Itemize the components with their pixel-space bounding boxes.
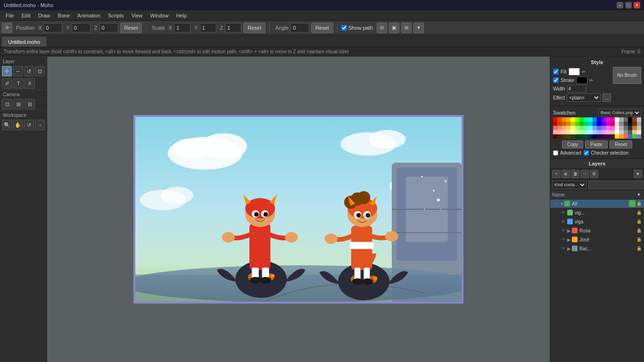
y-input[interactable] [72, 23, 91, 33]
swatch-2-18[interactable] [628, 122, 632, 126]
swatch-2-17[interactable] [624, 122, 628, 126]
fill-color-box[interactable] [569, 68, 580, 75]
swatch-4-5[interactable] [570, 130, 575, 134]
zoom-tool-btn[interactable]: 🔍 [2, 120, 12, 130]
menu-bone[interactable]: Bone [54, 12, 74, 19]
swatches-preset-select[interactable]: Basic Colors.png [598, 109, 641, 116]
show-path-checkbox[interactable]: Show path [341, 25, 373, 31]
swatch-silver[interactable] [637, 117, 641, 122]
layer-expand-rosa[interactable]: ▶ [567, 228, 572, 233]
layer-expand-jose[interactable]: ▶ [567, 237, 572, 242]
layer-eye-bac[interactable]: 👁 [560, 245, 566, 252]
swatch-4-9[interactable] [588, 130, 593, 134]
swatch-5-20[interactable] [637, 134, 641, 139]
minimize-button[interactable]: − [617, 2, 623, 8]
swatch-4-18[interactable] [628, 130, 632, 134]
swatch-3-10[interactable] [593, 126, 597, 130]
layer-item-rosa[interactable]: 👁 ▶ Rosa 🔒 [550, 226, 644, 235]
checker-sel-checkbox[interactable] [584, 150, 589, 156]
menu-animation[interactable]: Animation [74, 12, 104, 19]
move-tool-btn[interactable]: ↔ [13, 66, 23, 76]
copy-button[interactable]: Copy [562, 140, 583, 148]
fill-picker-icon[interactable]: ✏ [582, 69, 586, 74]
swatch-4-11[interactable] [597, 130, 601, 134]
layer-lock-vig1[interactable]: 🔒 [636, 209, 642, 216]
add-layer2-btn[interactable]: ⊕ [561, 170, 570, 178]
swatch-2-6[interactable] [575, 122, 579, 126]
layer-eye-vig1[interactable]: 👁 [560, 209, 566, 216]
swatch-4-19[interactable] [632, 130, 636, 134]
swatch-5-16[interactable] [619, 134, 623, 139]
swatch-4-4[interactable] [566, 130, 570, 134]
layer-lock-jose[interactable]: 🔒 [636, 236, 642, 243]
menu-window[interactable]: Window [146, 12, 172, 19]
swatch-3-5[interactable] [570, 126, 575, 130]
menu-scripts[interactable]: Scripts [104, 12, 128, 19]
swatch-2-9[interactable] [588, 122, 593, 126]
layout-icon[interactable]: ⊞ [401, 23, 412, 33]
reset-scale-button[interactable]: Reset [243, 23, 265, 33]
z-input[interactable] [99, 23, 118, 33]
view-options-icon[interactable]: ▣ [389, 23, 399, 33]
swatch-3-13[interactable] [606, 126, 610, 130]
angle-input[interactable] [290, 23, 309, 33]
swatch-4-14[interactable] [610, 130, 614, 134]
advanced-checkbox[interactable] [553, 150, 558, 156]
swatch-4-16[interactable] [619, 130, 623, 134]
swatch-3-2[interactable] [557, 126, 561, 130]
width-input[interactable] [567, 85, 586, 92]
swatch-3-6[interactable] [575, 126, 579, 130]
no-brush-button[interactable]: No Brush [613, 67, 641, 84]
add-layer-btn[interactable]: + [552, 170, 561, 178]
swatch-2-3[interactable] [562, 122, 566, 126]
swatch-2-7[interactable] [579, 122, 584, 126]
kind-filter-select[interactable]: Kind conta... [552, 181, 586, 189]
scale-y-input[interactable] [200, 23, 216, 33]
swatch-yellow[interactable] [570, 117, 575, 122]
swatch-2-11[interactable] [597, 122, 601, 126]
x-input[interactable] [43, 23, 62, 33]
menu-file[interactable]: File [2, 12, 18, 19]
reset-angle-button[interactable]: Reset [311, 23, 333, 33]
swatch-5-13[interactable] [606, 134, 610, 139]
effect-more-btn[interactable]: ... [603, 93, 611, 102]
undo-view-btn[interactable]: ↺ [24, 120, 34, 130]
menu-view[interactable]: View [128, 12, 147, 19]
swatch-cyan[interactable] [588, 117, 593, 122]
swatch-3-14[interactable] [610, 126, 614, 130]
paste-button[interactable]: Paste [585, 140, 608, 148]
swatch-pink[interactable] [610, 117, 614, 122]
swatch-yellow-orange[interactable] [566, 117, 570, 122]
close-button[interactable]: ✕ [634, 2, 640, 8]
swatch-3-15[interactable] [615, 126, 619, 130]
scale-z-input[interactable] [225, 23, 241, 33]
swatch-4-15[interactable] [615, 130, 619, 134]
swatch-white[interactable] [615, 117, 619, 122]
swatch-2-15[interactable] [615, 122, 619, 126]
swatch-5-4[interactable] [566, 134, 570, 139]
swatch-3-3[interactable] [562, 126, 566, 130]
swatch-3-9[interactable] [588, 126, 593, 130]
show-path-check[interactable] [341, 25, 347, 31]
swatch-3-4[interactable] [566, 126, 570, 130]
swatch-3-11[interactable] [597, 126, 601, 130]
swatch-4-10[interactable] [593, 130, 597, 134]
swatch-light-blue[interactable] [593, 117, 597, 122]
layer-lock-viga[interactable]: 🔒 [636, 218, 642, 225]
delete-layer-btn[interactable]: 🗑 [571, 170, 579, 178]
swatch-4-2[interactable] [557, 130, 561, 134]
swatch-5-3[interactable] [562, 134, 566, 139]
swatch-5-1[interactable] [553, 134, 557, 139]
swatch-3-16[interactable] [619, 126, 623, 130]
edit-tool-btn[interactable]: ✐ [2, 78, 12, 89]
swatch-5-9[interactable] [588, 134, 593, 139]
pan-tool-btn[interactable]: ✋ [13, 120, 23, 130]
swatch-orange[interactable] [562, 117, 566, 122]
swatch-5-14[interactable] [610, 134, 614, 139]
menu-draw[interactable]: Draw [34, 12, 54, 19]
camera3-tool-btn[interactable]: ⊟ [25, 99, 35, 109]
layer-item-bac[interactable]: 👁 ▶ Bac... 🔒 [550, 244, 644, 253]
swatch-4-1[interactable] [553, 130, 557, 134]
swatch-blue[interactable] [597, 117, 601, 122]
swatch-5-15[interactable] [615, 134, 619, 139]
